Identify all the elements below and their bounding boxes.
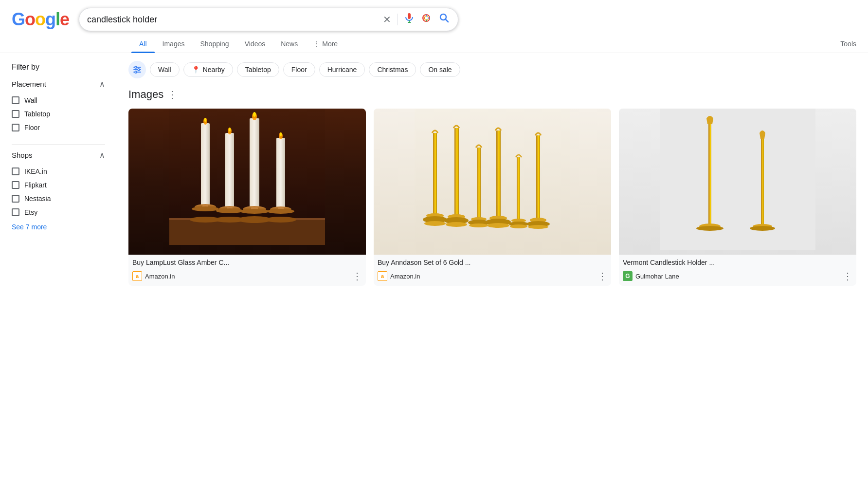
card-more-icon-3[interactable]: ⋮ [843,270,852,282]
sidebar-divider [12,144,105,145]
source-name-1: Amazon.in [145,273,175,280]
svg-rect-48 [415,109,570,250]
filter-flipkart[interactable]: Flipkart [12,178,105,192]
chip-hurricane[interactable]: Hurricane [319,62,365,77]
nestasia-checkbox[interactable] [12,195,19,203]
tab-shopping[interactable]: Shopping [192,35,236,53]
filter-by-label: Filter by [12,63,105,72]
shops-header[interactable]: Shops ∧ [12,150,105,160]
shops-chevron-icon: ∧ [99,150,105,160]
svg-rect-61 [496,130,501,217]
filter-tabletop[interactable]: Tabletop [12,107,105,121]
filter-chips: Wall 📍 Nearby Tabletop Floor Hurricane C… [128,61,856,78]
svg-rect-41 [276,138,285,208]
svg-point-43 [280,132,282,136]
image-card-3[interactable]: Vermont Candlestick Holder ... G Gulmoha… [619,109,856,286]
image-title-3: Vermont Candlestick Holder ... [619,255,856,268]
tab-tools[interactable]: Tools [832,35,868,53]
tab-news[interactable]: News [273,35,306,53]
section-more-icon[interactable]: ⋮ [167,89,177,100]
image-card-2[interactable]: Buy Anndason Set of 6 Gold ... a Amazon.… [374,109,611,286]
placement-header[interactable]: Placement ∧ [12,79,105,89]
chip-tabletop[interactable]: Tabletop [237,62,279,77]
search-button[interactable] [438,12,450,27]
svg-point-14 [135,66,137,68]
chip-floor[interactable]: Floor [283,62,315,77]
svg-rect-0 [408,13,411,19]
filter-floor[interactable]: Floor [12,121,105,134]
image-3 [619,109,856,255]
svg-point-56 [446,222,467,227]
see-more-shops-link[interactable]: See 7 more [12,223,105,231]
svg-rect-20 [201,123,210,206]
images-section-header: Images ⋮ [128,88,856,101]
svg-point-25 [192,206,219,211]
svg-point-46 [267,209,294,214]
svg-point-60 [469,223,488,227]
tab-more[interactable]: ⋮ More [306,35,345,53]
microphone-icon[interactable] [403,12,415,27]
svg-point-76 [696,226,723,231]
svg-point-68 [510,224,527,228]
filter-nestasia[interactable]: Nestasia [12,192,105,205]
source-name-2: Amazon.in [390,273,420,280]
header: Google candlestick holder ✕ [0,0,868,31]
svg-point-39 [240,209,269,214]
image-source-1: a Amazon.in ⋮ [128,268,366,286]
source-info-2: a Amazon.in [378,271,420,281]
chip-wall[interactable]: Wall [150,62,180,77]
svg-point-22 [204,118,206,122]
gulmohar-logo: G [623,271,633,281]
card-more-icon-1[interactable]: ⋮ [352,270,362,282]
svg-point-47 [265,217,296,223]
wall-checkbox[interactable] [12,96,19,104]
filter-adjust-icon[interactable] [128,61,146,78]
placement-chevron-icon: ∧ [99,79,105,89]
image-card-1[interactable]: Buy LampLust Glass Amber C... a Amazon.i… [128,109,366,286]
lens-icon[interactable] [421,13,433,27]
amazon-logo-1: a [132,271,142,281]
svg-point-64 [487,223,509,228]
svg-point-16 [135,71,137,73]
svg-line-10 [446,19,449,22]
svg-rect-34 [250,118,259,208]
content: Wall 📍 Nearby Tabletop Floor Hurricane C… [117,53,868,303]
tab-videos[interactable]: Videos [237,35,273,53]
svg-point-15 [138,69,140,71]
sidebar: Filter by Placement ∧ Wall Tabletop Floo… [0,53,117,303]
chip-on-sale[interactable]: On sale [420,62,460,77]
svg-rect-57 [477,148,481,218]
image-2 [374,109,611,255]
etsy-checkbox[interactable] [12,208,19,216]
card-more-icon-2[interactable]: ⋮ [597,270,607,282]
source-name-3: Gulmohar Lane [635,273,679,280]
search-bar: candlestick holder ✕ [79,8,458,31]
main: Filter by Placement ∧ Wall Tabletop Floo… [0,53,868,303]
svg-point-4 [424,16,428,20]
filter-etsy[interactable]: Etsy [12,205,105,219]
floor-checkbox[interactable] [12,124,19,131]
chip-christmas[interactable]: Christmas [369,62,416,77]
search-bar-icons: ✕ [383,12,450,27]
svg-point-32 [216,208,243,213]
tabletop-checkbox[interactable] [12,110,19,118]
filter-wall[interactable]: Wall [12,93,105,107]
ikea-checkbox[interactable] [12,168,19,175]
svg-point-72 [528,225,548,229]
chip-nearby[interactable]: 📍 Nearby [183,62,233,77]
nav-tabs: All Images Shopping Videos News ⋮ More T… [0,31,868,53]
svg-point-79 [750,226,775,231]
svg-rect-73 [660,109,815,250]
image-1 [128,109,366,255]
clear-icon[interactable]: ✕ [383,14,391,25]
flipkart-checkbox[interactable] [12,181,19,189]
google-logo[interactable]: Google [12,9,69,30]
svg-rect-74 [708,118,711,225]
svg-rect-69 [536,135,540,219]
filter-ikea[interactable]: IKEA.in [12,165,105,178]
search-input[interactable]: candlestick holder [87,15,379,25]
shops-section: Shops ∧ IKEA.in Flipkart Nestasia Etsy S… [12,150,105,231]
placement-section: Placement ∧ Wall Tabletop Floor [12,79,105,134]
tab-images[interactable]: Images [155,35,193,53]
tab-all[interactable]: All [131,35,155,53]
